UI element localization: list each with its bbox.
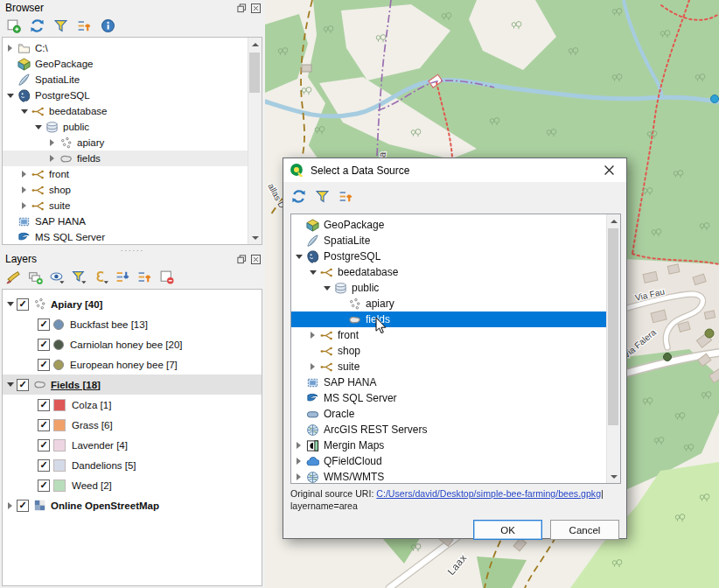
layers-item-grass-6[interactable]: ✓Grass [6] bbox=[3, 415, 262, 435]
scroll-down-icon[interactable] bbox=[248, 231, 262, 244]
source-item-mergin-maps[interactable]: Mergin Maps bbox=[291, 438, 607, 453]
collapse-all-button[interactable] bbox=[135, 267, 154, 286]
refresh-button[interactable] bbox=[289, 186, 308, 206]
expander-icon[interactable] bbox=[4, 382, 16, 387]
layer-checkbox[interactable]: ✓ bbox=[17, 500, 29, 512]
expander-icon[interactable] bbox=[293, 442, 304, 449]
browser-item-public[interactable]: public bbox=[3, 119, 248, 135]
close-icon[interactable] bbox=[250, 254, 262, 265]
remove-layer-button[interactable] bbox=[157, 267, 176, 286]
browser-item-geopackage[interactable]: GeoPackage bbox=[3, 56, 248, 72]
add-selected-layers-button[interactable] bbox=[3, 16, 23, 35]
source-item-shop[interactable]: shop bbox=[291, 343, 607, 359]
dialog-scrollbar[interactable] bbox=[606, 214, 620, 483]
expander-icon[interactable] bbox=[4, 502, 16, 509]
expander-icon[interactable] bbox=[307, 332, 318, 339]
browser-item-fields[interactable]: fields bbox=[3, 150, 248, 166]
uri-link[interactable]: C:/Users/david/Desktop/simple-bee-farmin… bbox=[376, 488, 601, 499]
layers-item-dandelions-5[interactable]: ✓Dandelions [5] bbox=[3, 455, 262, 475]
source-item-ms-sql-server[interactable]: MS SQL Server bbox=[291, 390, 607, 406]
layer-checkbox[interactable]: ✓ bbox=[38, 399, 50, 411]
expand-all-button[interactable] bbox=[113, 267, 132, 286]
close-icon[interactable] bbox=[250, 3, 262, 14]
layer-checkbox[interactable]: ✓ bbox=[38, 419, 50, 431]
manage-map-themes-button[interactable] bbox=[47, 267, 66, 286]
expander-icon[interactable] bbox=[307, 270, 318, 275]
source-item-spatialite[interactable]: SpatiaLite bbox=[291, 233, 607, 248]
expander-icon[interactable] bbox=[321, 286, 332, 290]
expander-icon[interactable] bbox=[4, 45, 16, 52]
properties-button[interactable] bbox=[98, 16, 117, 35]
layers-item-lavender-4[interactable]: ✓Lavender [4] bbox=[3, 435, 262, 455]
expander-icon[interactable] bbox=[46, 155, 58, 162]
filter-button[interactable] bbox=[312, 186, 332, 206]
expander-icon[interactable] bbox=[293, 458, 304, 465]
browser-item-apiary[interactable]: apiary bbox=[3, 135, 248, 150]
browser-item-spatialite[interactable]: SpatiaLite bbox=[3, 72, 248, 88]
source-item-beedatabase[interactable]: beedatabase bbox=[291, 264, 607, 280]
expander-icon[interactable] bbox=[18, 202, 30, 209]
dialog-close-icon[interactable] bbox=[597, 160, 621, 181]
layers-item-weed-2[interactable]: ✓Weed [2] bbox=[3, 475, 262, 495]
float-icon[interactable] bbox=[236, 254, 248, 265]
layers-item-apiary-40[interactable]: ✓Apiary [40] bbox=[3, 294, 262, 314]
expander-icon[interactable] bbox=[32, 125, 44, 130]
panel-splitter[interactable]: ...... bbox=[0, 245, 265, 251]
layer-checkbox[interactable]: ✓ bbox=[38, 480, 50, 492]
browser-item-suite[interactable]: suite bbox=[3, 198, 248, 214]
source-item-front[interactable]: front bbox=[291, 327, 607, 343]
float-icon[interactable] bbox=[236, 3, 248, 14]
layers-item-european-honey-bee-7[interactable]: ✓European honey bee [7] bbox=[3, 354, 262, 374]
collapse-all-button[interactable] bbox=[74, 16, 94, 35]
scroll-thumb[interactable] bbox=[608, 228, 618, 425]
filter-legend-button[interactable] bbox=[69, 267, 88, 286]
scroll-thumb[interactable] bbox=[249, 52, 260, 93]
add-group-button[interactable] bbox=[25, 267, 45, 286]
scroll-down-icon[interactable] bbox=[607, 470, 620, 483]
layer-checkbox[interactable]: ✓ bbox=[38, 439, 50, 452]
expander-icon[interactable] bbox=[46, 139, 58, 146]
filter-by-expression-button[interactable] bbox=[91, 267, 110, 286]
expander-icon[interactable] bbox=[18, 109, 30, 114]
source-item-geopackage[interactable]: GeoPackage bbox=[291, 217, 607, 233]
scroll-up-icon[interactable] bbox=[607, 214, 620, 228]
layers-item-online-openstreetmap[interactable]: ✓Online OpenStreetMap bbox=[3, 495, 262, 515]
browser-item-postgresql[interactable]: PostgreSQL bbox=[3, 88, 248, 103]
source-item-arcgis-rest-servers[interactable]: ArcGIS REST Servers bbox=[291, 422, 607, 438]
layers-item-colza-1[interactable]: ✓Colza [1] bbox=[3, 395, 262, 415]
browser-item-ms-sql-server[interactable]: MS SQL Server bbox=[3, 229, 248, 245]
layers-item-carniolan-honey-bee-20[interactable]: ✓Carniolan honey bee [20] bbox=[3, 334, 262, 354]
source-item-apiary[interactable]: apiary bbox=[291, 296, 607, 312]
layer-checkbox[interactable]: ✓ bbox=[38, 339, 50, 351]
source-item-sap-hana[interactable]: SAP HANA bbox=[291, 374, 607, 390]
browser-item-shop[interactable]: shop bbox=[3, 182, 248, 198]
ok-button[interactable]: OK bbox=[473, 520, 542, 540]
layer-checkbox[interactable]: ✓ bbox=[38, 318, 50, 331]
layers-item-buckfast-bee-13[interactable]: ✓Buckfast bee [13] bbox=[3, 314, 262, 334]
filter-browser-button[interactable] bbox=[51, 16, 70, 35]
scroll-up-icon[interactable] bbox=[248, 38, 262, 51]
source-item-fields[interactable]: fields bbox=[291, 312, 607, 327]
source-item-postgresql[interactable]: PostgreSQL bbox=[291, 248, 607, 264]
layer-checkbox[interactable]: ✓ bbox=[17, 298, 29, 311]
expander-icon[interactable] bbox=[18, 186, 30, 193]
open-layer-styling-button[interactable] bbox=[3, 267, 23, 286]
source-item-public[interactable]: public bbox=[291, 280, 607, 296]
layers-item-fields-18[interactable]: ✓Fields [18] bbox=[3, 374, 262, 395]
dialog-titlebar[interactable]: Select a Data Source bbox=[283, 158, 626, 182]
collapse-all-button[interactable] bbox=[336, 186, 355, 206]
expander-icon[interactable] bbox=[307, 363, 318, 370]
browser-scrollbar[interactable] bbox=[248, 38, 262, 244]
cancel-button[interactable]: Cancel bbox=[550, 520, 619, 540]
layer-checkbox[interactable]: ✓ bbox=[38, 359, 50, 371]
source-item-wms-wmts[interactable]: WMS/WMTS bbox=[291, 469, 607, 484]
layer-checkbox[interactable]: ✓ bbox=[38, 459, 50, 472]
expander-icon[interactable] bbox=[293, 255, 304, 259]
browser-item-beedatabase[interactable]: beedatabase bbox=[3, 103, 248, 119]
expander-icon[interactable] bbox=[4, 302, 16, 306]
source-item-oracle[interactable]: Oracle bbox=[291, 406, 607, 422]
browser-item-front[interactable]: front bbox=[3, 166, 248, 182]
browser-item-sap-hana[interactable]: SAP HANA bbox=[3, 214, 248, 229]
layer-checkbox[interactable]: ✓ bbox=[17, 379, 29, 391]
expander-icon[interactable] bbox=[18, 171, 30, 178]
